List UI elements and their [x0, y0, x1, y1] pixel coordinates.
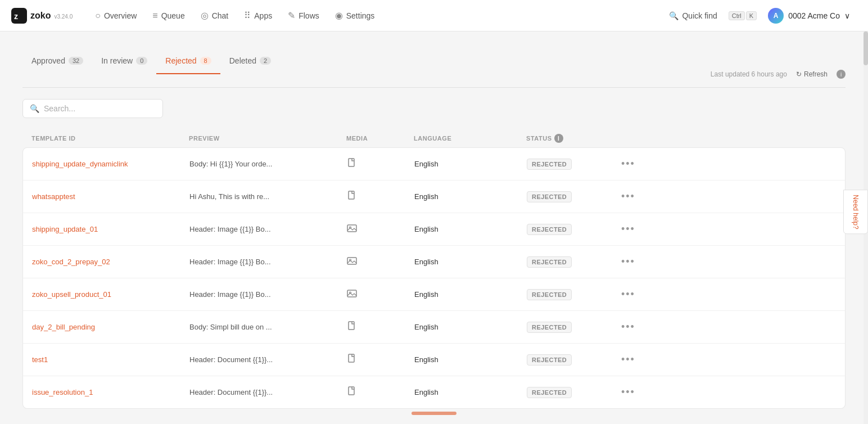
template-id-cell: issue_resolution_1 — [32, 388, 189, 396]
preview-cell: Header: Image {{1}} Bo... — [189, 290, 347, 299]
nav-item-settings[interactable]: ◉ Settings — [328, 7, 382, 24]
status-info-icon[interactable]: i — [554, 134, 563, 143]
ctrl-key: Ctrl — [729, 11, 745, 20]
account-name: 0002 Acme Co — [788, 11, 840, 20]
nav-item-settings-label: Settings — [346, 11, 375, 20]
table-row[interactable]: zoko_cod_2_prepay_02 Header: Image {{1}}… — [23, 246, 845, 278]
need-help-label: Need help? — [852, 195, 860, 229]
svg-rect-10 — [349, 322, 354, 330]
table-row[interactable]: shipping_update_dynamiclink Body: Hi {{1… — [23, 148, 845, 181]
tab-approved-label: Approved — [31, 56, 65, 65]
svg-rect-3 — [349, 191, 354, 199]
language-cell: English — [414, 323, 527, 331]
template-id-cell: shipping_update_01 — [32, 225, 189, 233]
col-header-preview: PREVIEW — [189, 135, 346, 142]
preview-cell: Header: Document {{1}}... — [189, 355, 347, 364]
circle-icon: ○ — [95, 11, 101, 21]
preview-cell: Header: Image {{1}} Bo... — [189, 225, 347, 233]
language-cell: English — [414, 160, 527, 168]
status-cell: REJECTED — [527, 354, 617, 366]
status-cell: REJECTED — [527, 256, 617, 268]
template-tabs: Approved 32 In review 0 Rejected 8 Delet… — [22, 49, 711, 74]
row-more-button[interactable]: ••• — [617, 319, 640, 335]
svg-rect-2 — [349, 159, 354, 166]
row-more-button[interactable]: ••• — [617, 351, 640, 368]
table-row[interactable]: day_2_bill_pending Body: Simpl bill due … — [23, 311, 845, 344]
nav-item-queue[interactable]: ≡ Queue — [146, 7, 191, 24]
table-header: TEMPLATE ID PREVIEW MEDIA LANGUAGE STATU… — [22, 129, 846, 147]
nav-item-chat-label: Chat — [212, 11, 229, 20]
template-id-cell: day_2_bill_pending — [32, 323, 189, 331]
tab-approved-count: 32 — [69, 57, 83, 65]
tab-rejected-label: Rejected — [165, 56, 196, 65]
table-row[interactable]: test1 Header: Document {{1}}... English … — [23, 344, 845, 376]
tab-in-review-count: 0 — [136, 57, 147, 65]
row-more-button[interactable]: ••• — [617, 221, 640, 237]
row-more-button[interactable]: ••• — [617, 188, 640, 205]
tab-rejected[interactable]: Rejected 8 — [156, 49, 220, 74]
media-cell — [347, 191, 414, 203]
scrollbar-thumb[interactable] — [864, 31, 868, 65]
logo[interactable]: z zoko v3.24.0 — [11, 8, 73, 24]
tab-deleted[interactable]: Deleted 2 — [220, 49, 280, 74]
template-id-cell: whatsapptest — [32, 192, 189, 201]
logo-version: v3.24.0 — [54, 13, 73, 20]
actions-cell: ••• — [617, 221, 650, 237]
refresh-button[interactable]: ↻ Refresh — [792, 68, 832, 80]
col-header-language: LANGUAGE — [414, 135, 526, 142]
logo-text: zoko — [30, 11, 51, 21]
top-navigation: z zoko v3.24.0 ○ Overview ≡ Queue ◎ Chat… — [0, 0, 868, 31]
media-cell — [347, 223, 414, 236]
zoko-logo-icon: z — [11, 8, 27, 24]
preview-cell: Body: Simpl bill due on ... — [189, 323, 347, 331]
search-input[interactable] — [44, 104, 156, 113]
svg-rect-11 — [349, 354, 354, 362]
last-updated-text: Last updated 6 hours ago — [711, 70, 787, 78]
row-more-button[interactable]: ••• — [617, 254, 640, 270]
quick-find-label: Quick find — [682, 11, 717, 20]
status-cell: REJECTED — [527, 191, 617, 202]
svg-rect-12 — [349, 387, 354, 395]
keyboard-shortcut: Ctrl K — [729, 11, 757, 20]
table-row[interactable]: zoko_upsell_product_01 Header: Image {{1… — [23, 278, 845, 311]
apps-icon: ⠿ — [244, 10, 251, 21]
nav-item-apps-label: Apps — [254, 11, 272, 20]
nav-item-chat[interactable]: ◎ Chat — [194, 7, 236, 24]
tab-info: Last updated 6 hours ago ↻ Refresh i — [711, 68, 846, 87]
actions-cell: ••• — [617, 156, 650, 172]
language-cell: English — [414, 290, 527, 299]
nav-right: 🔍 Quick find Ctrl K A 0002 Acme Co ∨ — [662, 4, 857, 27]
quick-find-button[interactable]: 🔍 Quick find — [662, 8, 724, 24]
actions-cell: ••• — [617, 254, 650, 270]
account-avatar: A — [768, 8, 784, 24]
tab-in-review-label: In review — [101, 56, 133, 65]
nav-item-flows[interactable]: ✎ Flows — [281, 7, 326, 24]
need-help-tab[interactable]: Need help? — [843, 190, 868, 234]
search-wrapper: 🔍 — [22, 99, 163, 118]
info-icon[interactable]: i — [837, 70, 846, 79]
row-more-button[interactable]: ••• — [617, 286, 640, 303]
status-cell: REJECTED — [527, 387, 617, 398]
nav-items: ○ Overview ≡ Queue ◎ Chat ⠿ Apps ✎ Flows… — [88, 7, 660, 24]
nav-item-apps[interactable]: ⠿ Apps — [237, 7, 279, 24]
account-button[interactable]: A 0002 Acme Co ∨ — [761, 4, 857, 27]
table-row[interactable]: shipping_update_01 Header: Image {{1}} B… — [23, 213, 845, 246]
language-cell: English — [414, 258, 527, 266]
status-cell: REJECTED — [527, 159, 617, 170]
tab-approved[interactable]: Approved 32 — [22, 49, 92, 74]
template-id-cell: shipping_update_dynamiclink — [32, 160, 189, 168]
tab-rejected-count: 8 — [200, 57, 211, 65]
svg-text:z: z — [14, 12, 18, 21]
table-row[interactable]: issue_resolution_1 Header: Document {{1}… — [23, 376, 845, 408]
table-row[interactable]: whatsapptest Hi Ashu, This is with re...… — [23, 181, 845, 213]
nav-item-overview[interactable]: ○ Overview — [88, 7, 143, 24]
row-more-button[interactable]: ••• — [617, 384, 640, 400]
preview-cell: Header: Document {{1}}... — [189, 388, 347, 396]
tab-deleted-label: Deleted — [229, 56, 256, 65]
preview-cell: Header: Image {{1}} Bo... — [189, 258, 347, 266]
row-more-button[interactable]: ••• — [617, 156, 640, 172]
tab-in-review[interactable]: In review 0 — [92, 49, 156, 74]
media-cell — [347, 354, 414, 366]
media-cell — [347, 158, 414, 170]
template-id-cell: zoko_cod_2_prepay_02 — [32, 258, 189, 266]
